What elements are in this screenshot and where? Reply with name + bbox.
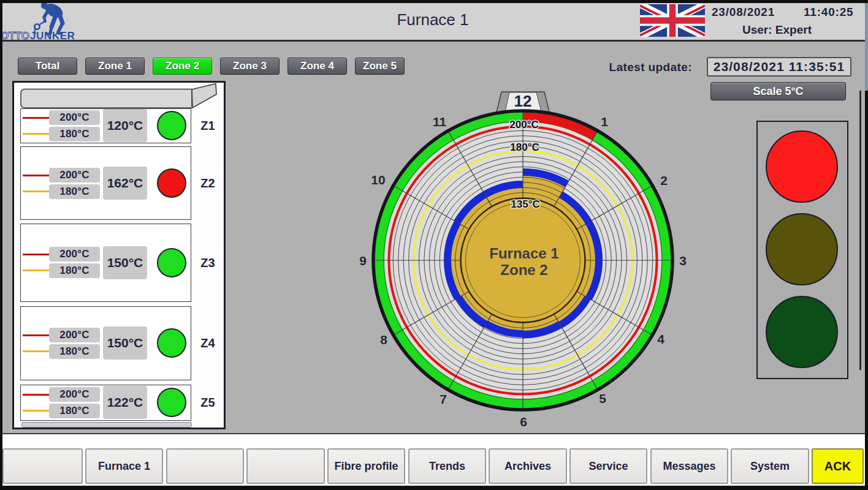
svg-text:4: 4 <box>657 332 664 346</box>
svg-text:9: 9 <box>359 254 367 268</box>
svg-text:7: 7 <box>440 392 447 406</box>
svg-text:Zone 2: Zone 2 <box>500 262 547 278</box>
svg-text:180°C: 180°C <box>510 141 539 153</box>
svg-text:5: 5 <box>599 391 606 405</box>
svg-text:12: 12 <box>514 92 532 110</box>
svg-text:10: 10 <box>371 173 385 187</box>
svg-text:2: 2 <box>660 173 668 187</box>
svg-text:6: 6 <box>520 415 527 429</box>
svg-text:1: 1 <box>601 115 608 129</box>
svg-text:JUNKER: JUNKER <box>30 30 75 42</box>
svg-text:OTTO: OTTO <box>1 30 29 42</box>
svg-text:135°C: 135°C <box>511 198 539 210</box>
svg-text:3: 3 <box>679 254 687 268</box>
svg-text:Furnace 1: Furnace 1 <box>489 245 558 262</box>
svg-text:8: 8 <box>380 333 387 347</box>
svg-text:11: 11 <box>433 115 447 129</box>
svg-text:200°C: 200°C <box>509 119 538 130</box>
